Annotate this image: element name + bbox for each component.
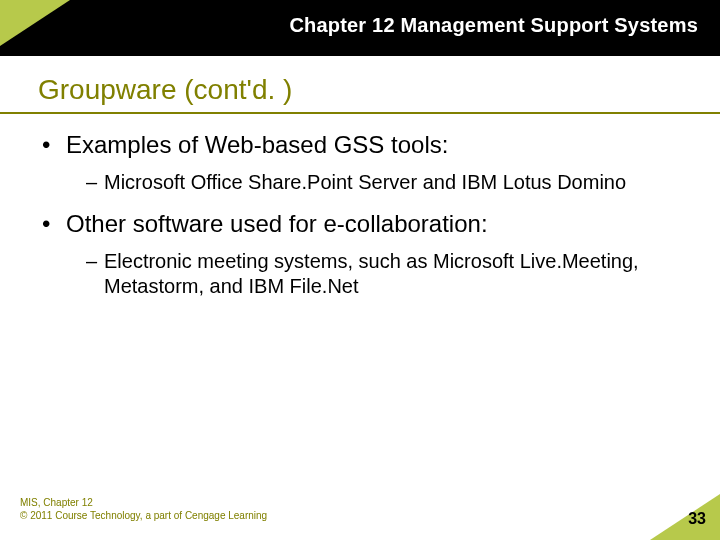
slide-title: Groupware (cont'd. ): [38, 74, 292, 112]
content-area: Examples of Web-based GSS tools: Microso…: [38, 130, 682, 313]
bullet-level2: Electronic meeting systems, such as Micr…: [38, 249, 682, 299]
header-bar: Chapter 12 Management Support Systems: [0, 0, 720, 56]
bullet-text: Other software used for e-collaboration:: [66, 210, 488, 237]
bullet-text: Microsoft Office Share.Point Server and …: [104, 171, 626, 193]
footer-line2: © 2011 Course Technology, a part of Ceng…: [20, 509, 267, 522]
bullet-text: Electronic meeting systems, such as Micr…: [104, 250, 639, 297]
footer-left: MIS, Chapter 12 © 2011 Course Technology…: [20, 496, 267, 522]
bullet-level2: Microsoft Office Share.Point Server and …: [38, 170, 682, 195]
bullet-level1: Examples of Web-based GSS tools:: [38, 130, 682, 160]
corner-accent-top-left: [0, 0, 70, 46]
bullet-level1: Other software used for e-collaboration:: [38, 209, 682, 239]
title-underline: [0, 112, 720, 114]
page-number: 33: [688, 510, 706, 528]
bullet-text: Examples of Web-based GSS tools:: [66, 131, 448, 158]
footer-line1: MIS, Chapter 12: [20, 496, 267, 509]
corner-accent-bottom-right: [650, 494, 720, 540]
chapter-title: Chapter 12 Management Support Systems: [289, 14, 698, 37]
slide: Chapter 12 Management Support Systems Gr…: [0, 0, 720, 540]
